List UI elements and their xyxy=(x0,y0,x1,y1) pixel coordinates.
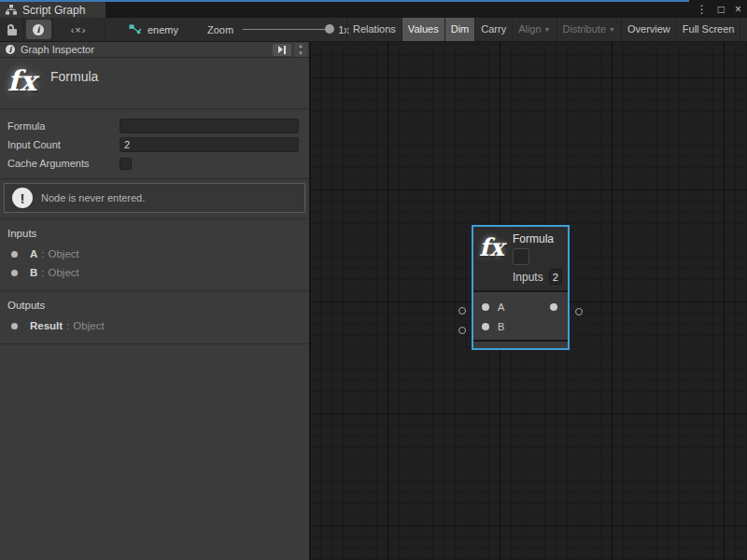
output-port-result-icon[interactable] xyxy=(550,303,557,311)
unit-title: Formula xyxy=(50,69,98,98)
output-port-row-result: Result : Object xyxy=(0,316,309,335)
port-dot-icon xyxy=(11,270,18,276)
formula-fx-icon: fx xyxy=(7,64,43,98)
cache-arguments-label: Cache Arguments xyxy=(7,158,120,169)
formula-field-row: Formula xyxy=(0,117,309,135)
breadcrumb[interactable]: enemy xyxy=(129,18,178,41)
cache-arguments-field-row: Cache Arguments xyxy=(0,154,309,173)
chevron-down-icon: ▼ xyxy=(609,18,615,41)
panel-spinner: ▲ ▼ xyxy=(294,43,307,57)
zoom-slider[interactable] xyxy=(243,29,331,30)
input-port-b-icon[interactable] xyxy=(482,323,489,330)
node-port-row-b: B xyxy=(473,316,568,336)
graph-inspector-panel: i Graph Inspector ▲ ▼ fx Formula Formula xyxy=(0,42,311,560)
warning-icon: ! xyxy=(12,188,33,208)
input-port-a-icon[interactable] xyxy=(482,303,489,311)
hierarchy-icon xyxy=(6,5,17,15)
outputs-header: Outputs xyxy=(0,296,309,316)
carry-button[interactable]: Carry xyxy=(474,18,512,41)
graph-canvas[interactable]: fx Formula Inputs 2 A xyxy=(311,42,747,560)
zoom-control: Zoom 1x xyxy=(207,18,349,41)
lock-button[interactable] xyxy=(0,18,24,41)
external-port-result-icon[interactable] xyxy=(575,308,583,315)
formula-node[interactable]: fx Formula Inputs 2 A xyxy=(472,225,570,350)
port-dot-icon xyxy=(11,323,18,329)
toolbar-buttons: Relations Values Dim Carry Align ▼ Distr… xyxy=(346,18,740,41)
external-port-a-icon[interactable] xyxy=(458,307,466,315)
chevron-down-icon: ▼ xyxy=(544,18,551,41)
main-area: i Graph Inspector ▲ ▼ fx Formula Formula xyxy=(0,42,747,560)
tab-label: Script Graph xyxy=(22,4,85,17)
values-button[interactable]: Values xyxy=(402,18,444,41)
input-count-label: Input Count xyxy=(7,139,120,150)
external-port-b-icon[interactable] xyxy=(458,327,466,334)
align-button[interactable]: Align ▼ xyxy=(512,18,556,41)
lock-icon xyxy=(7,24,17,35)
zoom-slider-handle[interactable] xyxy=(325,24,334,34)
graph-toolbar: i ‹×› enemy Zoom 1x Relations Values Dim xyxy=(0,18,747,42)
spinner-down-icon[interactable]: ▼ xyxy=(294,50,307,57)
cache-arguments-checkbox[interactable] xyxy=(120,158,132,170)
warning-text: Node is never entered. xyxy=(41,192,145,203)
dock-icon xyxy=(278,46,283,53)
spinner-up-icon[interactable]: ▲ xyxy=(294,43,307,49)
info-icon: i xyxy=(33,24,44,35)
window-close-icon[interactable]: × xyxy=(735,2,741,17)
inspector-empty-area xyxy=(0,344,309,560)
info-icon: i xyxy=(6,45,15,54)
title-bar: Script Graph ⋮ □ × xyxy=(0,0,747,18)
node-formula-input[interactable] xyxy=(513,248,529,265)
breadcrumb-label: enemy xyxy=(148,24,178,35)
node-inputs-label: Inputs xyxy=(513,271,543,284)
window-menu-icon[interactable]: ⋮ xyxy=(697,2,708,17)
formula-field-label: Formula xyxy=(7,120,120,132)
outputs-section: Outputs Result : Object xyxy=(0,291,309,344)
zoom-label: Zoom xyxy=(207,24,233,35)
relations-button[interactable]: Relations xyxy=(346,18,402,41)
graph-inspector-header: i Graph Inspector ▲ ▼ xyxy=(0,42,309,58)
formula-fx-icon: fx xyxy=(479,232,513,285)
node-footer xyxy=(473,340,568,348)
unit-title-block: fx Formula xyxy=(0,58,309,109)
code-view-button[interactable]: ‹×› xyxy=(53,18,105,41)
window-controls: ⋮ □ × xyxy=(697,2,741,17)
input-count-field-row: Input Count xyxy=(0,135,309,154)
tab-script-graph[interactable]: Script Graph xyxy=(0,2,106,18)
overview-button[interactable]: Overview xyxy=(621,18,676,41)
warning-section: ! Node is never entered. xyxy=(0,179,309,219)
graph-inspector-title: Graph Inspector xyxy=(21,44,273,55)
port-dot-icon xyxy=(11,251,18,258)
distribute-button[interactable]: Distribute ▼ xyxy=(557,18,621,41)
window-maximize-icon[interactable]: □ xyxy=(718,2,725,17)
inputs-section: Inputs A : Object B : Object xyxy=(0,219,309,291)
graph-node-icon xyxy=(129,24,142,35)
dock-panel-button[interactable] xyxy=(273,44,291,56)
input-port-row-a: A : Object xyxy=(0,245,309,263)
input-count-input[interactable] xyxy=(120,137,299,152)
warning-box: ! Node is never entered. xyxy=(4,183,305,213)
formula-input[interactable] xyxy=(120,119,299,133)
inspector-toggle-button[interactable]: i xyxy=(24,18,53,41)
formula-node-ports: A B xyxy=(473,292,568,340)
formula-node-header: fx Formula Inputs 2 xyxy=(473,227,568,290)
node-title: Formula xyxy=(513,232,562,245)
inputs-header: Inputs xyxy=(0,224,309,245)
node-port-row-a: A xyxy=(473,297,568,316)
input-port-row-b: B : Object xyxy=(0,263,309,282)
full-screen-button[interactable]: Full Screen xyxy=(676,18,741,41)
node-inputs-count-input[interactable]: 2 xyxy=(549,269,562,285)
dim-button[interactable]: Dim xyxy=(444,18,475,41)
code-icon: ‹×› xyxy=(71,24,87,35)
inspector-fields: Formula Input Count Cache Arguments xyxy=(0,109,309,179)
